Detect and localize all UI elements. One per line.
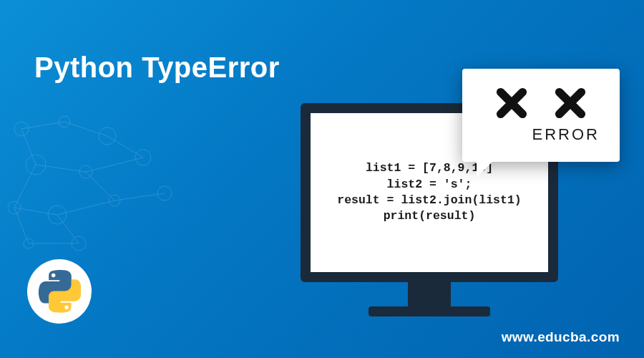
svg-line-17 bbox=[107, 136, 143, 158]
svg-line-19 bbox=[14, 208, 57, 215]
svg-line-20 bbox=[57, 200, 114, 215]
monitor-base bbox=[369, 306, 490, 316]
svg-line-23 bbox=[57, 215, 79, 243]
svg-line-14 bbox=[21, 129, 36, 165]
code-line-3: result = list2.join(list1) bbox=[337, 193, 521, 208]
page-title: Python TypeError bbox=[34, 52, 280, 84]
decorative-dots bbox=[0, 115, 200, 258]
code-line-2: list2 = 's'; bbox=[337, 177, 521, 193]
svg-line-24 bbox=[14, 208, 29, 243]
svg-line-16 bbox=[86, 158, 143, 172]
website-url: www.educba.com bbox=[502, 329, 620, 345]
svg-line-22 bbox=[86, 172, 114, 200]
python-logo bbox=[27, 259, 92, 324]
svg-line-13 bbox=[64, 122, 107, 136]
svg-line-18 bbox=[14, 165, 36, 208]
python-icon bbox=[38, 270, 81, 313]
close-icon bbox=[554, 87, 587, 120]
error-label: ERROR bbox=[532, 125, 600, 144]
svg-line-21 bbox=[114, 193, 165, 200]
error-popup: ERROR bbox=[462, 69, 620, 162]
code-line-4: print(result) bbox=[337, 208, 521, 224]
monitor-stand bbox=[408, 282, 451, 306]
close-icon bbox=[495, 87, 528, 120]
